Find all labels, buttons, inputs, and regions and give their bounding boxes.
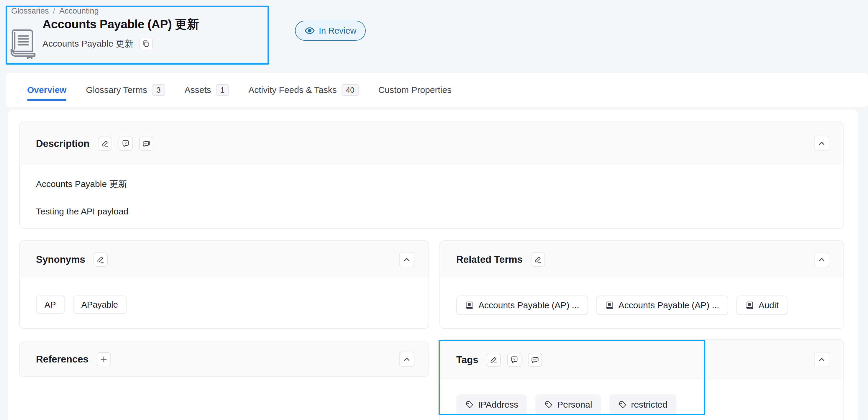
tab-custom-properties[interactable]: Custom Properties [378,73,452,107]
chevron-up-icon [817,255,826,264]
collapse-tags-button[interactable] [814,352,829,367]
tag-icon [544,400,552,409]
tag-chip[interactable]: IPAddress [456,394,527,415]
description-card: Description ? [19,121,844,229]
conversation-icon [142,140,150,148]
edit-icon [101,140,109,148]
tags-card: Tags ? [439,339,844,420]
description-paragraph: Accounts Payable 更新 [36,178,827,190]
collapse-synonyms-button[interactable] [399,252,414,267]
tag-chip[interactable]: Personal [535,394,601,415]
tag-icon [465,400,473,409]
tab-overview-label: Overview [27,85,66,95]
chevron-up-icon [402,355,411,364]
chevron-up-icon [402,255,411,264]
request-comment-icon: ? [122,140,130,148]
term-book-icon [605,301,614,310]
synonym-chip: APayable [73,296,127,314]
copy-icon [142,40,150,48]
svg-text:?: ? [124,141,127,145]
edit-description-button[interactable] [98,137,112,151]
tab-activity-feeds[interactable]: Activity Feeds & Tasks 40 [248,73,359,107]
header-divider [274,17,274,40]
related-terms-title: Related Terms [456,254,523,265]
edit-tags-button[interactable] [487,353,501,367]
page-title: Accounts Payable (AP) 更新 [42,17,199,32]
plus-icon [100,355,108,363]
synonyms-card: Synonyms AP APayable [19,240,429,329]
breadcrumb-accounting[interactable]: Accounting [59,6,99,16]
eye-icon [304,25,315,36]
references-card: References [19,341,429,377]
tab-assets[interactable]: Assets 1 [185,73,229,107]
collapse-description-button[interactable] [814,136,829,151]
tag-chip[interactable]: restricted [609,394,676,415]
edit-icon [534,256,542,264]
chevron-up-icon [817,139,826,148]
related-term-chip-label: Accounts Payable (AP) ... [618,300,719,310]
tags-title: Tags [456,354,478,365]
tab-activity-feeds-label: Activity Feeds & Tasks [248,85,337,95]
request-description-button[interactable]: ? [119,137,133,151]
synonyms-title: Synonyms [36,254,85,265]
status-badge-label: In Review [319,26,356,36]
collapse-related-terms-button[interactable] [814,252,829,267]
related-term-chip[interactable]: Accounts Payable (AP) ... [596,296,728,315]
edit-related-terms-button[interactable] [531,252,545,267]
edit-icon [490,356,498,364]
tab-overview[interactable]: Overview [27,73,66,107]
comments-button[interactable] [139,137,153,151]
tab-activity-feeds-count: 40 [342,84,359,96]
related-term-chip[interactable]: Accounts Payable (AP) ... [456,296,588,315]
copy-name-button[interactable] [139,37,153,51]
tags-comments-button[interactable] [528,353,542,367]
tag-icon [618,400,626,409]
svg-text:?: ? [513,357,515,361]
synonym-chip: AP [36,296,65,314]
tab-bar: Overview Glossary Terms 3 Assets 1 Activ… [6,73,868,107]
related-term-chip[interactable]: Audit [737,296,787,315]
tab-glossary-terms[interactable]: Glossary Terms 3 [86,73,165,107]
glossary-book-icon [9,28,37,59]
add-reference-button[interactable] [97,352,111,366]
edit-synonyms-button[interactable] [93,252,107,267]
tag-chip-label: Personal [557,400,592,410]
tab-glossary-terms-label: Glossary Terms [86,85,147,95]
tag-chip-label: IPAddress [478,400,518,410]
term-book-icon [745,301,754,310]
related-term-chip-label: Audit [758,300,779,310]
breadcrumb: Glossaries / Accounting [11,6,99,16]
collapse-references-button[interactable] [399,352,414,367]
chevron-up-icon [817,355,826,364]
display-name: Accounts Payable 更新 [42,38,133,50]
references-title: References [36,354,89,365]
edit-icon [96,256,105,264]
active-tab-underline [27,99,66,101]
status-badge[interactable]: In Review [295,21,366,41]
description-body: Accounts Payable 更新 Testing the API payl… [20,165,843,216]
tab-assets-count: 1 [216,84,229,96]
tag-chip-label: restricted [631,400,668,410]
overview-panel: Description ? [8,110,858,420]
breadcrumb-separator: / [53,6,56,16]
conversation-icon [531,356,539,364]
breadcrumb-glossaries[interactable]: Glossaries [11,6,49,16]
tab-custom-properties-label: Custom Properties [378,85,452,95]
request-comment-icon: ? [510,356,519,364]
tab-assets-label: Assets [185,85,211,95]
entity-header: Accounts Payable (AP) 更新 Accounts Payabl… [9,17,199,59]
related-term-chip-label: Accounts Payable (AP) ... [478,300,579,310]
related-terms-card: Related Terms Accounts Payable (AP) .. [439,240,844,329]
request-tags-button[interactable]: ? [507,353,522,367]
description-paragraph: Testing the API payload [36,206,827,216]
tab-glossary-terms-count: 3 [152,84,165,96]
term-book-icon [465,301,474,310]
description-title: Description [36,138,90,149]
